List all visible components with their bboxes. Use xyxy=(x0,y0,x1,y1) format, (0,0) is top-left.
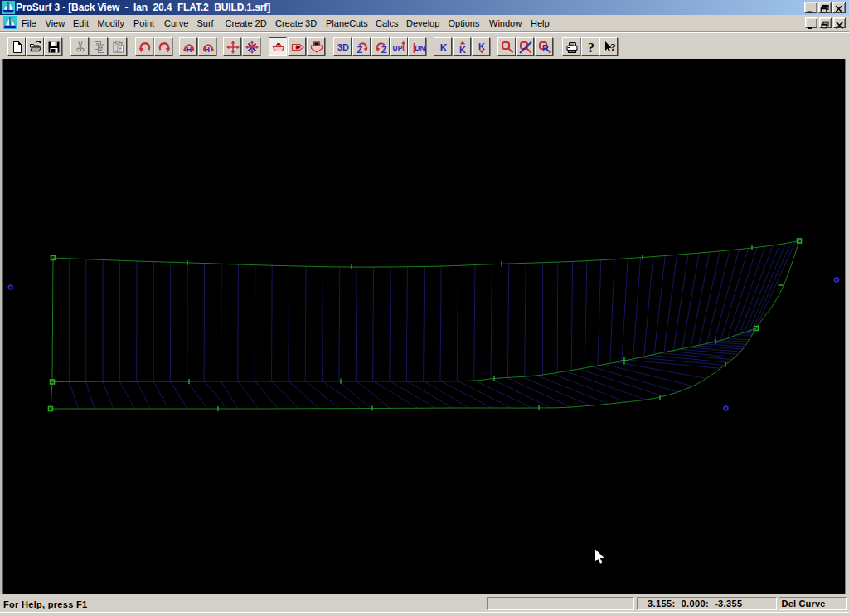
svg-text:?: ? xyxy=(588,41,594,55)
svg-text:H: H xyxy=(205,46,211,54)
svg-text:K: K xyxy=(459,45,466,55)
svg-text:DN: DN xyxy=(415,44,424,52)
svg-text:Z: Z xyxy=(357,45,363,55)
svg-text:K: K xyxy=(440,42,448,54)
svg-text:H: H xyxy=(187,46,192,54)
svg-text:K: K xyxy=(478,41,485,51)
svg-text:3D: 3D xyxy=(337,42,349,52)
svg-text:Z: Z xyxy=(381,45,387,55)
svg-text:UP: UP xyxy=(393,44,403,52)
svg-text:?: ? xyxy=(610,41,616,53)
svg-text:R: R xyxy=(542,43,549,53)
